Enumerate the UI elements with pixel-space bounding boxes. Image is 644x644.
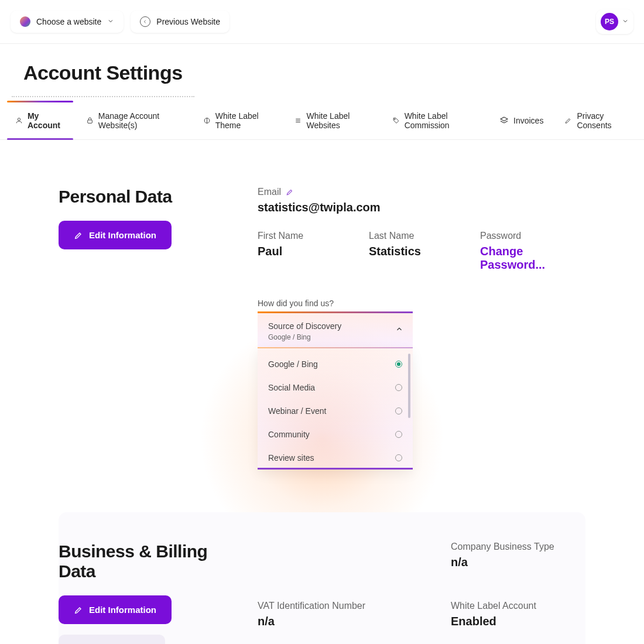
- vat-value: n/a: [258, 615, 416, 628]
- pen-icon: [74, 231, 83, 240]
- business-heading: Business & Billing Data: [59, 542, 222, 581]
- dropdown-option[interactable]: Review sites: [258, 446, 413, 470]
- dropdown-header[interactable]: Source of Discovery Google / Bing: [258, 311, 413, 348]
- svg-rect-1: [88, 120, 93, 123]
- pen-icon: [74, 605, 83, 615]
- edit-business-button[interactable]: Edit Information: [59, 595, 172, 624]
- email-label: Email: [258, 187, 294, 197]
- remove-white-label-button[interactable]: Remove White Label: [59, 635, 165, 644]
- first-name-label: First Name: [258, 231, 303, 241]
- change-password-link[interactable]: Change Password...: [480, 245, 585, 272]
- topbar: Choose a website Previous Website PS: [0, 0, 644, 44]
- tab-label: Invoices: [513, 116, 543, 125]
- personal-data-section: Personal Data Edit Information Email sta…: [59, 187, 585, 348]
- tabs: My Account Manage Account Website(s) Whi…: [0, 102, 644, 140]
- source-of-discovery-dropdown[interactable]: Source of Discovery Google / Bing Google…: [258, 311, 413, 348]
- last-name-value: Statistics: [369, 245, 457, 258]
- dropdown-title: Source of Discovery: [268, 321, 402, 331]
- edit-business-label: Edit Information: [89, 605, 156, 615]
- company-type-value: n/a: [451, 556, 609, 569]
- radio-icon: [395, 454, 402, 461]
- svg-marker-7: [501, 117, 508, 121]
- company-type-label: Company Business Type: [451, 542, 554, 552]
- chevron-down-icon: [107, 17, 114, 26]
- website-icon: [20, 16, 30, 27]
- pen-icon[interactable]: [286, 188, 294, 196]
- personal-data-heading: Personal Data: [59, 187, 222, 207]
- scrollbar[interactable]: [408, 354, 410, 418]
- choose-website-label: Choose a website: [36, 17, 101, 26]
- previous-website-label: Previous Website: [156, 17, 220, 26]
- chevron-up-icon: [395, 325, 403, 335]
- first-name-value: Paul: [258, 245, 345, 258]
- radio-icon: [395, 384, 402, 391]
- tab-my-account[interactable]: My Account: [12, 102, 68, 139]
- tab-white-label-commission[interactable]: White Label Commission: [389, 102, 482, 139]
- tab-privacy-consents[interactable]: Privacy Consents: [561, 102, 632, 139]
- dropdown-option[interactable]: Webinar / Event: [258, 399, 413, 423]
- dropdown-list: Google / Bing Social Media Webinar / Eve…: [258, 347, 413, 470]
- discover-label: How did you find us?: [258, 299, 585, 308]
- tab-label: Privacy Consents: [577, 111, 629, 130]
- edit-personal-button[interactable]: Edit Information: [59, 221, 172, 249]
- dropdown-option[interactable]: Social Media: [258, 376, 413, 399]
- tab-invoices[interactable]: Invoices: [496, 107, 547, 135]
- user-menu[interactable]: PS: [596, 9, 633, 34]
- last-name-label: Last Name: [369, 231, 414, 241]
- radio-icon: [395, 407, 402, 415]
- edit-personal-label: Edit Information: [89, 230, 156, 240]
- tab-white-label-websites[interactable]: White Label Websites: [290, 102, 374, 139]
- dropdown-selected: Google / Bing: [268, 333, 402, 341]
- page-title: Account Settings: [12, 44, 194, 97]
- choose-website-dropdown[interactable]: Choose a website: [11, 11, 124, 33]
- tab-label: Manage Account Website(s): [98, 111, 182, 130]
- avatar: PS: [601, 13, 618, 30]
- tab-label: My Account: [28, 111, 65, 130]
- password-label: Password: [480, 231, 521, 241]
- radio-icon: [395, 431, 402, 438]
- tab-label: White Label Websites: [306, 111, 371, 130]
- tab-label: White Label Theme: [215, 111, 273, 130]
- chevron-down-icon: [622, 16, 629, 27]
- tab-label: White Label Commission: [405, 111, 478, 130]
- vat-label: VAT Identification Number: [258, 601, 365, 611]
- dropdown-option[interactable]: Community: [258, 423, 413, 446]
- svg-point-6: [394, 119, 395, 120]
- white-label-value: Enabled: [451, 615, 609, 628]
- email-value: statistics@twipla.com: [258, 201, 585, 214]
- svg-point-0: [18, 118, 20, 121]
- previous-website-button[interactable]: Previous Website: [131, 11, 229, 33]
- white-label-label: White Label Account: [451, 601, 536, 611]
- tab-manage-websites[interactable]: Manage Account Website(s): [83, 102, 186, 139]
- dropdown-option[interactable]: Google / Bing: [258, 352, 413, 376]
- tab-white-label-theme[interactable]: White Label Theme: [200, 102, 277, 139]
- business-billing-section: Business & Billing Data Edit Information…: [59, 512, 585, 644]
- radio-checked-icon: [395, 361, 402, 368]
- arrow-back-icon: [140, 16, 150, 27]
